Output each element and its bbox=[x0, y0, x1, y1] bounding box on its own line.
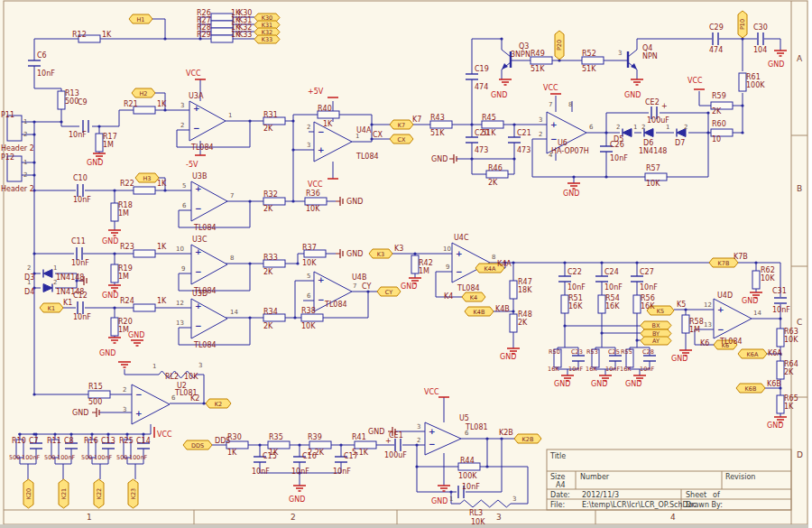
label-3: 3 bbox=[123, 406, 126, 413]
capacitor-C29[interactable] bbox=[713, 32, 718, 45]
label-VCC: VCC bbox=[543, 84, 558, 92]
resistor-R19[interactable] bbox=[111, 264, 118, 283]
capacitor-C12[interactable] bbox=[78, 301, 83, 314]
port-K23[interactable]: K23 bbox=[128, 479, 138, 508]
capacitor-C30[interactable] bbox=[758, 32, 763, 45]
capacitor-C11[interactable] bbox=[77, 247, 82, 260]
port-K6B[interactable]: K6B bbox=[736, 384, 765, 393]
resistor-R35[interactable] bbox=[268, 441, 290, 449]
capacitor-CE1[interactable] bbox=[395, 439, 401, 451]
svg-text:+: + bbox=[385, 437, 392, 445]
port-K4[interactable]: K4 bbox=[462, 292, 485, 301]
resistor-R42[interactable] bbox=[411, 255, 419, 273]
svg-text:R65: R65 bbox=[784, 394, 798, 403]
label-TL084: TL084 bbox=[324, 301, 347, 309]
resistor-R56[interactable] bbox=[633, 295, 641, 313]
resistor-R64[interactable] bbox=[777, 361, 784, 379]
svg-text:500: 500 bbox=[44, 454, 55, 461]
capacitor-C24[interactable] bbox=[595, 276, 608, 282]
svg-text:R34: R34 bbox=[263, 308, 278, 316]
potentiometer-RL3[interactable] bbox=[460, 500, 511, 507]
port-K2B[interactable]: K2B bbox=[514, 434, 541, 443]
resistor-R58[interactable] bbox=[682, 315, 689, 333]
port-P20[interactable]: P20 bbox=[555, 31, 564, 60]
resistor-R23[interactable] bbox=[134, 250, 155, 257]
transistor-Q4[interactable] bbox=[627, 50, 637, 69]
capacitor-C20[interactable] bbox=[466, 137, 478, 143]
port-K21[interactable]: K21 bbox=[59, 479, 69, 508]
resistor-R13[interactable] bbox=[58, 91, 65, 109]
resistor-R26[interactable] bbox=[211, 14, 233, 21]
svg-text:R55: R55 bbox=[621, 348, 632, 356]
diode-D4[interactable] bbox=[43, 284, 52, 292]
resistor-R27[interactable] bbox=[211, 21, 233, 28]
capacitor-C31[interactable] bbox=[774, 298, 787, 303]
resistor-R28[interactable] bbox=[211, 28, 233, 35]
capacitor-C22[interactable] bbox=[558, 276, 571, 282]
resistor-R45[interactable] bbox=[482, 121, 503, 128]
diode-D3[interactable] bbox=[43, 270, 52, 278]
resistor-R48[interactable] bbox=[510, 314, 517, 332]
capacitor-C19[interactable] bbox=[466, 74, 478, 79]
port-P10[interactable]: P10 bbox=[738, 11, 747, 38]
resistor-R22[interactable] bbox=[134, 187, 155, 194]
label-GND: GND bbox=[289, 496, 305, 504]
capacitor-C6[interactable] bbox=[28, 60, 41, 66]
resistor-R15[interactable] bbox=[88, 391, 110, 398]
port-K33[interactable]: K33 bbox=[254, 35, 280, 43]
port-CX[interactable]: CX bbox=[390, 134, 413, 144]
resistor-R24[interactable] bbox=[134, 304, 155, 311]
svg-text:R16: R16 bbox=[84, 437, 98, 445]
port-K20[interactable]: K20 bbox=[23, 479, 33, 508]
resistor-R38[interactable] bbox=[301, 314, 323, 321]
label-10nF: 10nF bbox=[462, 483, 480, 491]
resistor-R62[interactable] bbox=[752, 271, 760, 289]
port-K1[interactable]: K1 bbox=[40, 303, 63, 312]
svg-text:R64: R64 bbox=[784, 360, 798, 368]
capacitor-C28[interactable] bbox=[643, 356, 656, 361]
label-GND: GND bbox=[624, 91, 641, 99]
resistor-R32[interactable] bbox=[263, 198, 285, 205]
resistor-R63[interactable] bbox=[777, 329, 784, 347]
capacitor-C23[interactable] bbox=[572, 356, 585, 361]
svg-text:R51: R51 bbox=[568, 294, 583, 302]
port-CY[interactable]: CY bbox=[377, 287, 401, 296]
diode-D6[interactable] bbox=[644, 129, 653, 137]
capacitor-C25[interactable] bbox=[609, 356, 622, 361]
resistor-R18[interactable] bbox=[111, 203, 118, 221]
port-K4B[interactable]: K4B bbox=[465, 307, 494, 316]
resistor-R47[interactable] bbox=[510, 281, 517, 299]
port-H2[interactable]: H2 bbox=[132, 88, 155, 97]
port-DDS[interactable]: DDS bbox=[183, 440, 212, 449]
port-AY[interactable]: AY bbox=[641, 337, 671, 345]
port-K7[interactable]: K7 bbox=[390, 120, 413, 129]
port-K22[interactable]: K22 bbox=[94, 479, 104, 508]
label-R15: R15 bbox=[88, 383, 103, 391]
resistor-R39[interactable] bbox=[309, 441, 331, 449]
resistor-R17[interactable] bbox=[96, 134, 103, 152]
svg-text:10nF: 10nF bbox=[772, 306, 790, 314]
resistor-R52[interactable] bbox=[582, 57, 604, 64]
resistor-R54[interactable] bbox=[598, 295, 605, 313]
resistor-R49[interactable] bbox=[531, 57, 552, 64]
capacitor-C27[interactable] bbox=[631, 276, 643, 282]
port-K6A[interactable]: K6A bbox=[738, 349, 767, 358]
capacitor-C21[interactable] bbox=[508, 137, 521, 143]
resistor-R29[interactable] bbox=[211, 35, 233, 42]
diode-D5[interactable] bbox=[623, 129, 632, 137]
resistor-R43[interactable] bbox=[430, 121, 452, 128]
port-H3[interactable]: H3 bbox=[135, 173, 159, 182]
port-H1[interactable]: H1 bbox=[129, 14, 152, 23]
resistor-R20[interactable] bbox=[111, 318, 118, 336]
port-K2[interactable]: K2 bbox=[206, 399, 231, 408]
port-K3[interactable]: K3 bbox=[369, 249, 392, 258]
resistor-R65[interactable] bbox=[777, 395, 784, 413]
resistor-R41[interactable] bbox=[355, 441, 376, 449]
capacitor-C10[interactable] bbox=[78, 184, 83, 197]
label-K4B: K4B bbox=[495, 305, 510, 313]
resistor-R36[interactable] bbox=[305, 198, 327, 205]
resistor-R51[interactable] bbox=[561, 295, 568, 313]
port-BX[interactable]: BX bbox=[641, 321, 671, 329]
resistor-R61[interactable] bbox=[739, 73, 746, 91]
svg-text:Q4: Q4 bbox=[642, 44, 652, 52]
